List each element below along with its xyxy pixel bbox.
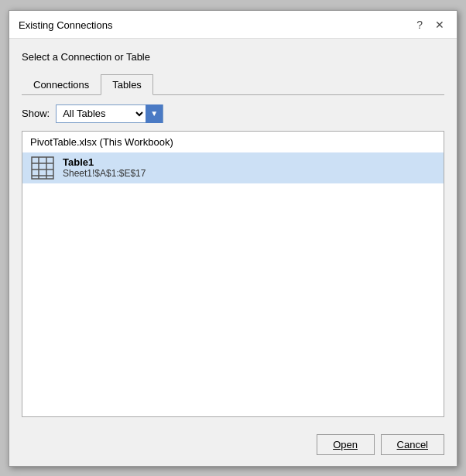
- content-area: PivotTable.xlsx (This Workbook) Table1 S…: [22, 131, 444, 417]
- tab-connections-label: Connections: [33, 79, 89, 91]
- title-bar: Existing Connections ? ✕: [9, 11, 457, 39]
- show-select[interactable]: All Tables This Workbook Connections: [57, 105, 146, 122]
- dialog-body: Select a Connection or Table Connections…: [9, 39, 457, 426]
- help-button[interactable]: ?: [413, 18, 426, 32]
- show-select-container: All Tables This Workbook Connections ▼: [56, 104, 163, 123]
- tab-tables-label: Tables: [112, 79, 142, 91]
- cancel-button[interactable]: Cancel: [381, 434, 444, 455]
- open-button[interactable]: Open: [317, 434, 375, 455]
- tab-bar: Connections Tables: [22, 74, 444, 95]
- title-bar-controls: ? ✕: [413, 18, 447, 32]
- tab-tables[interactable]: Tables: [101, 74, 153, 95]
- table-row[interactable]: Table1 Sheet1!$A$1:$E$17: [22, 152, 444, 183]
- table-range: Sheet1!$A$1:$E$17: [63, 168, 146, 179]
- table-grid-icon: [30, 156, 55, 180]
- open-button-label: Open: [333, 439, 358, 450]
- dialog-title: Existing Connections: [19, 19, 112, 31]
- table-name: Table1: [63, 156, 146, 168]
- dialog-subtitle: Select a Connection or Table: [22, 51, 444, 63]
- show-label: Show:: [22, 108, 50, 119]
- table-icon: [30, 156, 55, 180]
- table-info: Table1 Sheet1!$A$1:$E$17: [63, 156, 146, 179]
- workbook-header: PivotTable.xlsx (This Workbook): [22, 132, 444, 152]
- tab-connections[interactable]: Connections: [22, 74, 101, 95]
- existing-connections-dialog: Existing Connections ? ✕ Select a Connec…: [9, 10, 457, 467]
- close-button[interactable]: ✕: [432, 18, 447, 32]
- dialog-footer: Open Cancel: [9, 426, 457, 466]
- cancel-button-label: Cancel: [397, 439, 428, 450]
- show-row: Show: All Tables This Workbook Connectio…: [22, 104, 444, 123]
- select-arrow-icon: ▼: [146, 104, 163, 123]
